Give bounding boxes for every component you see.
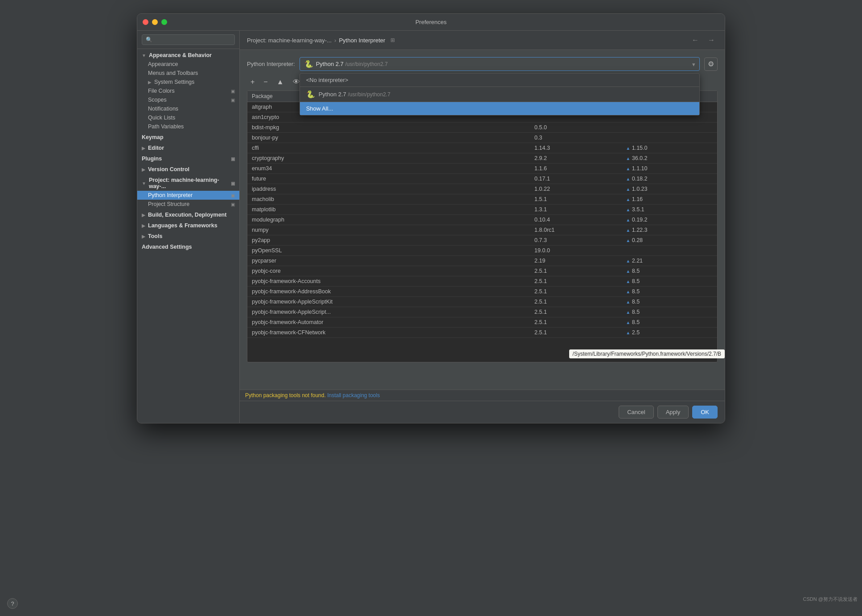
package-version: 1.1.6 bbox=[530, 164, 621, 174]
package-latest: ▲ 1.1.10 bbox=[621, 164, 717, 174]
python27-icon: 🐍 bbox=[306, 90, 315, 99]
maximize-button[interactable] bbox=[161, 19, 167, 25]
package-version: 2.9.2 bbox=[530, 153, 621, 164]
table-row: pyobjc-framework-AddressBook2.5.1▲ 8.5 bbox=[247, 287, 717, 297]
package-version: 1.8.0rc1 bbox=[530, 225, 621, 235]
table-row: future0.17.1▲ 0.18.2 bbox=[247, 174, 717, 184]
repo-icon: ▣ bbox=[231, 202, 235, 207]
gear-button[interactable]: ⚙ bbox=[704, 57, 718, 71]
status-bar: Python packaging tools not found. Instal… bbox=[240, 390, 725, 401]
main-header: Project: machine-learning-way-... › Pyth… bbox=[240, 31, 725, 50]
package-name: pycparser bbox=[247, 256, 530, 266]
interpreter-dropdown[interactable]: 🐍 Python 2.7 /usr/bin/python2.7 bbox=[300, 57, 700, 71]
table-row: pyobjc-framework-CFNetwork2.5.1▲ 2.5 bbox=[247, 328, 717, 338]
package-version: 0.7.3 bbox=[530, 235, 621, 246]
interpreter-dropdown-wrap: 🐍 Python 2.7 /usr/bin/python2.7 ▾ <No in… bbox=[300, 57, 700, 71]
table-row: bdist-mpkg0.5.0 bbox=[247, 123, 717, 133]
package-latest: ▲ 0.19.2 bbox=[621, 215, 717, 225]
add-package-button[interactable]: + bbox=[247, 76, 258, 88]
package-version: 1.0.22 bbox=[530, 184, 621, 194]
breadcrumb-project: Project: machine-learning-way-... bbox=[247, 37, 332, 44]
sidebar-item-system-settings[interactable]: ▶ System Settings bbox=[137, 78, 239, 86]
dropdown-option-no-interpreter[interactable]: <No interpreter> bbox=[300, 74, 699, 86]
package-version: 0.3 bbox=[530, 133, 621, 143]
sidebar-item-editor[interactable]: ▶ Editor bbox=[137, 144, 239, 152]
sidebar-item-path-variables[interactable]: Path Variables bbox=[137, 122, 239, 131]
package-version: 2.5.1 bbox=[530, 287, 621, 297]
package-name: cryptography bbox=[247, 153, 530, 164]
package-name: enum34 bbox=[247, 164, 530, 174]
dropdown-option-python27[interactable]: 🐍 Python 2.7 /usr/bin/python2.7 bbox=[300, 87, 699, 102]
sidebar-item-file-colors[interactable]: File Colors ▣ bbox=[137, 86, 239, 95]
package-latest bbox=[621, 123, 717, 133]
package-name: macholib bbox=[247, 194, 530, 205]
chevron-down-icon: ▼ bbox=[142, 53, 146, 58]
close-button[interactable] bbox=[143, 19, 148, 25]
repo-icon: ▣ bbox=[231, 193, 235, 198]
up-button[interactable]: ▲ bbox=[273, 76, 287, 88]
dropdown-option-show-all[interactable]: Show All... bbox=[300, 102, 699, 115]
repo-icon: ▣ bbox=[231, 89, 235, 94]
table-row: numpy1.8.0rc1▲ 1.22.3 bbox=[247, 225, 717, 235]
sidebar-item-version-control[interactable]: ▶ Version Control bbox=[137, 165, 239, 174]
gear-icon: ⚙ bbox=[708, 60, 714, 68]
breadcrumb: Project: machine-learning-way-... › Pyth… bbox=[247, 37, 685, 44]
sidebar-item-plugins[interactable]: Plugins ▣ bbox=[137, 154, 239, 163]
package-version: 2.5.1 bbox=[530, 276, 621, 287]
sidebar-item-appearance[interactable]: Appearance bbox=[137, 60, 239, 69]
title-bar: Preferences bbox=[137, 14, 725, 31]
sidebar-item-menus-toolbars[interactable]: Menus and Toolbars bbox=[137, 69, 239, 78]
package-latest: ▲ 8.5 bbox=[621, 266, 717, 276]
package-version: 2.5.1 bbox=[530, 317, 621, 328]
sidebar-item-scopes[interactable]: Scopes ▣ bbox=[137, 95, 239, 104]
sidebar-item-quick-lists[interactable]: Quick Lists bbox=[137, 113, 239, 122]
pin-icon[interactable]: ⊞ bbox=[390, 37, 395, 43]
main-body: Python Interpreter: 🐍 Python 2.7 /usr/bi… bbox=[240, 50, 725, 390]
package-version: 2.5.1 bbox=[530, 307, 621, 317]
package-name: pyobjc-framework-AddressBook bbox=[247, 287, 530, 297]
remove-package-button[interactable]: − bbox=[260, 76, 271, 88]
sidebar-item-keymap[interactable]: Keymap bbox=[137, 133, 239, 142]
table-row: matplotlib1.3.1▲ 3.5.1 bbox=[247, 205, 717, 215]
sidebar-item-notifications[interactable]: Notifications bbox=[137, 104, 239, 113]
sidebar-item-project[interactable]: ▼ Project: machine-learning-way-... ▣ bbox=[137, 176, 239, 191]
table-row: pyobjc-core2.5.1▲ 8.5 bbox=[247, 266, 717, 276]
package-latest: ▲ 8.5 bbox=[621, 297, 717, 307]
cancel-button[interactable]: Cancel bbox=[619, 406, 653, 419]
back-button[interactable]: ← bbox=[689, 35, 702, 45]
package-version: 0.5.0 bbox=[530, 123, 621, 133]
package-latest: ▲ 8.5 bbox=[621, 287, 717, 297]
table-row: macholib1.5.1▲ 1.16 bbox=[247, 194, 717, 205]
ok-button[interactable]: OK bbox=[692, 406, 718, 419]
table-row: pyobjc-framework-AppleScript...2.5.1▲ 8.… bbox=[247, 307, 717, 317]
forward-button[interactable]: → bbox=[705, 35, 718, 45]
sidebar-item-build-execution[interactable]: ▶ Build, Execution, Deployment bbox=[137, 210, 239, 219]
package-version: 19.0.0 bbox=[530, 246, 621, 256]
package-name: modulegraph bbox=[247, 215, 530, 225]
install-packaging-tools-link[interactable]: Install packaging tools bbox=[327, 392, 380, 398]
package-latest: ▲ 1.22.3 bbox=[621, 225, 717, 235]
footer: Cancel Apply OK bbox=[240, 401, 725, 423]
package-name: py2app bbox=[247, 235, 530, 246]
sidebar-item-appearance-behavior[interactable]: ▼ Appearance & Behavior bbox=[137, 51, 239, 60]
traffic-lights bbox=[143, 19, 167, 25]
minimize-button[interactable] bbox=[152, 19, 158, 25]
chevron-right-icon: ▶ bbox=[142, 213, 145, 218]
table-row: enum341.1.6▲ 1.1.10 bbox=[247, 164, 717, 174]
sidebar-item-advanced-settings[interactable]: Advanced Settings bbox=[137, 242, 239, 251]
breadcrumb-page: Python Interpreter bbox=[339, 37, 385, 44]
package-version: 1.3.1 bbox=[530, 205, 621, 215]
apply-button[interactable]: Apply bbox=[657, 406, 689, 419]
sidebar-item-tools[interactable]: ▶ Tools bbox=[137, 232, 239, 241]
search-input[interactable] bbox=[142, 34, 235, 45]
package-latest: ▲ 2.21 bbox=[621, 256, 717, 266]
chevron-down-icon: ▼ bbox=[142, 181, 146, 186]
repo-icon: ▣ bbox=[231, 181, 235, 186]
breadcrumb-separator: › bbox=[334, 37, 336, 44]
sidebar-item-project-structure[interactable]: Project Structure ▣ bbox=[137, 200, 239, 209]
chevron-right-icon: ▶ bbox=[142, 167, 145, 172]
interpreter-label: Python Interpreter: bbox=[247, 61, 295, 67]
sidebar-item-python-interpreter[interactable]: Python Interpreter ▣ bbox=[137, 191, 239, 200]
package-latest: ▲ 0.18.2 bbox=[621, 174, 717, 184]
sidebar-item-languages-frameworks[interactable]: ▶ Languages & Frameworks bbox=[137, 221, 239, 230]
